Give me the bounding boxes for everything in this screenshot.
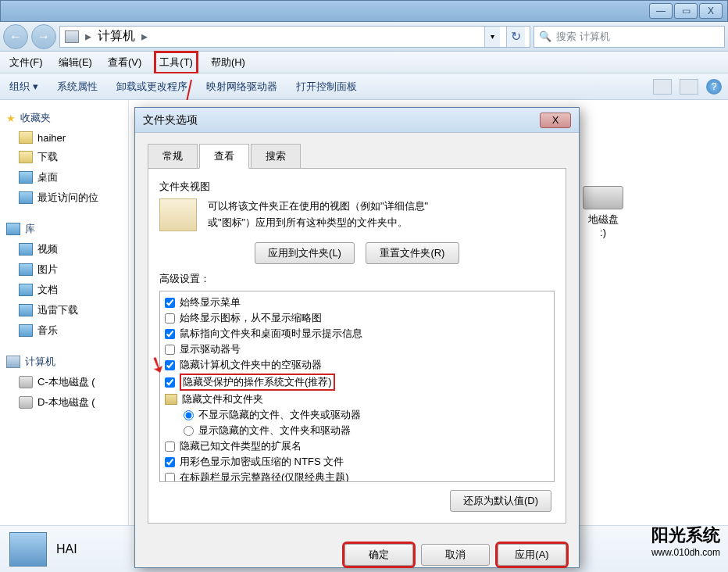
toolbar-control-panel[interactable]: 打开控制面板 — [296, 80, 357, 94]
sidebar-item-downloads[interactable]: 下载 — [3, 147, 125, 167]
preview-pane-icon[interactable] — [680, 79, 698, 95]
checkbox[interactable] — [165, 298, 175, 308]
advanced-setting-item[interactable]: 隐藏文件和文件夹 — [163, 391, 551, 407]
setting-label: 显示驱动器号 — [180, 342, 241, 356]
sidebar-item-thunder[interactable]: 迅雷下载 — [3, 300, 125, 320]
video-icon — [19, 243, 33, 256]
sidebar-item-drive-d[interactable]: D-本地磁盘 ( — [3, 392, 125, 413]
sidebar-item-haiher[interactable]: haiher — [3, 128, 125, 147]
setting-label: 用彩色显示加密或压缩的 NTFS 文件 — [180, 455, 344, 469]
sidebar-libraries-header[interactable]: 库 — [3, 219, 125, 239]
menu-tools[interactable]: 工具(T) — [154, 51, 198, 74]
advanced-settings-list[interactable]: 始终显示菜单始终显示图标，从不显示缩略图鼠标指向文件夹和桌面项时显示提示信息显示… — [159, 291, 555, 482]
sidebar-computer-header[interactable]: 计算机 — [3, 352, 125, 372]
menu-help[interactable]: 帮助(H) — [208, 53, 248, 72]
view-options-icon[interactable] — [653, 79, 672, 95]
document-icon — [19, 284, 33, 296]
checkbox[interactable] — [165, 442, 175, 452]
toolbar-organize[interactable]: 组织 ▾ — [9, 80, 38, 94]
tab-general[interactable]: 常规 — [148, 144, 198, 168]
advanced-setting-item[interactable]: 显示隐藏的文件、文件夹和驱动器 — [163, 423, 551, 438]
checkbox[interactable] — [165, 313, 175, 324]
advanced-setting-item[interactable]: 用彩色显示加密或压缩的 NTFS 文件 — [163, 454, 551, 470]
details-name: HAI — [56, 542, 77, 556]
advanced-setting-item[interactable]: 显示驱动器号 — [163, 341, 551, 357]
maximize-button[interactable]: ▭ — [674, 3, 698, 19]
dialog-title-text: 文件夹选项 — [143, 113, 198, 127]
drive-icon — [19, 376, 33, 388]
folder-view-label: 文件夹视图 — [159, 180, 555, 194]
cancel-button[interactable]: 取消 — [421, 544, 490, 566]
drive-item[interactable]: 地磁盘 :) — [572, 186, 634, 225]
advanced-settings-label: 高级设置： — [159, 272, 555, 286]
sidebar-favorites-header[interactable]: ★收藏夹 — [3, 108, 125, 128]
advanced-setting-item[interactable]: 隐藏计算机文件夹中的空驱动器 — [163, 357, 551, 373]
setting-label: 不显示隐藏的文件、文件夹或驱动器 — [198, 408, 361, 422]
setting-label: 显示隐藏的文件、文件夹和驱动器 — [198, 424, 351, 438]
toolbar-system-properties[interactable]: 系统属性 — [57, 80, 98, 94]
setting-label: 隐藏文件和文件夹 — [182, 392, 263, 406]
close-button[interactable]: X — [699, 3, 723, 19]
checkbox[interactable] — [165, 329, 175, 339]
checkbox[interactable] — [165, 457, 175, 467]
radio[interactable] — [184, 410, 194, 420]
advanced-setting-item[interactable]: 鼠标指向文件夹和桌面项时显示提示信息 — [163, 326, 551, 341]
breadcrumb-location[interactable]: 计算机 — [98, 28, 135, 45]
checkbox[interactable] — [165, 345, 175, 355]
restore-defaults-button[interactable]: 还原为默认值(D) — [450, 490, 551, 512]
checkbox[interactable] — [165, 473, 175, 483]
menu-view[interactable]: 查看(V) — [105, 53, 145, 72]
setting-label: 始终显示图标，从不显示缩略图 — [180, 311, 322, 325]
tab-view[interactable]: 查看 — [199, 144, 249, 169]
sidebar-item-recent[interactable]: 最近访问的位 — [3, 188, 125, 208]
sidebar-item-pictures[interactable]: 图片 — [3, 259, 125, 280]
sidebar-item-documents[interactable]: 文档 — [3, 280, 125, 300]
advanced-setting-item[interactable]: 始终显示图标，从不显示缩略图 — [163, 310, 551, 326]
desktop-icon — [19, 171, 33, 184]
computer-icon — [6, 356, 20, 368]
tab-search[interactable]: 搜索 — [251, 144, 301, 168]
minimize-button[interactable]: — — [649, 3, 673, 19]
setting-label: 始终显示菜单 — [180, 295, 241, 309]
breadcrumb-sep-icon: ▸ — [85, 29, 91, 44]
address-dropdown-icon[interactable]: ▾ — [484, 27, 500, 47]
ok-button[interactable]: 确定 — [344, 544, 413, 566]
dialog-close-button[interactable]: X — [540, 113, 571, 128]
advanced-setting-item[interactable]: 隐藏已知文件类型的扩展名 — [163, 438, 551, 454]
tab-content-view: 文件夹视图 可以将该文件夹正在使用的视图（例如"详细信息" 或"图标"）应用到所… — [148, 169, 566, 524]
sidebar-item-music[interactable]: 音乐 — [3, 320, 125, 341]
dialog-tabs: 常规 查看 搜索 — [148, 144, 566, 169]
reset-folders-button[interactable]: 重置文件夹(R) — [366, 242, 459, 264]
advanced-setting-item[interactable]: 在标题栏显示完整路径(仅限经典主题) — [163, 470, 551, 482]
sidebar-item-drive-c[interactable]: C-本地磁盘 ( — [3, 372, 125, 392]
advanced-setting-item[interactable]: 不显示隐藏的文件、文件夹或驱动器 — [163, 407, 551, 423]
refresh-icon[interactable]: ↻ — [506, 27, 525, 47]
advanced-setting-item[interactable]: 隐藏受保护的操作系统文件(推荐) — [163, 373, 551, 391]
setting-label: 隐藏已知文件类型的扩展名 — [180, 439, 302, 453]
dialog-titlebar: 文件夹选项 X — [135, 108, 579, 133]
forward-button[interactable]: → — [31, 24, 56, 49]
music-icon — [19, 324, 33, 337]
sidebar-item-desktop[interactable]: 桌面 — [3, 167, 125, 188]
apply-to-folders-button[interactable]: 应用到文件夹(L) — [255, 242, 355, 264]
advanced-setting-item[interactable]: 始终显示菜单 — [163, 295, 551, 310]
folder-options-dialog: 文件夹选项 X 常规 查看 搜索 文件夹视图 可以将该文件夹正在使用的视图（例如… — [134, 107, 580, 568]
menu-edit[interactable]: 编辑(E) — [55, 53, 95, 72]
search-placeholder: 搜索 计算机 — [556, 30, 610, 44]
checkbox[interactable] — [165, 377, 175, 388]
drive-label: 地磁盘 — [572, 213, 634, 227]
watermark: 阳光系统 www.010dh.com — [651, 524, 720, 558]
toolbar-map-drive[interactable]: 映射网络驱动器 — [206, 80, 277, 94]
back-button[interactable]: ← — [3, 24, 28, 49]
address-bar[interactable]: ▸ 计算机 ▸ ▾ ↻ — [59, 26, 530, 48]
menu-bar: 文件(F) 编辑(E) 查看(V) 工具(T) 帮助(H) — [0, 52, 728, 73]
toolbar-uninstall[interactable]: 卸载或更改程序 — [116, 80, 187, 94]
drive-sublabel: :) — [572, 227, 634, 238]
radio[interactable] — [184, 426, 194, 436]
help-icon[interactable]: ? — [706, 79, 722, 95]
sidebar-item-videos[interactable]: 视频 — [3, 239, 125, 259]
search-input[interactable]: 🔍 搜索 计算机 — [534, 26, 725, 48]
apply-button[interactable]: 应用(A) — [498, 544, 566, 566]
dialog-footer: 确定 取消 应用(A) — [135, 534, 579, 572]
menu-file[interactable]: 文件(F) — [6, 53, 46, 72]
